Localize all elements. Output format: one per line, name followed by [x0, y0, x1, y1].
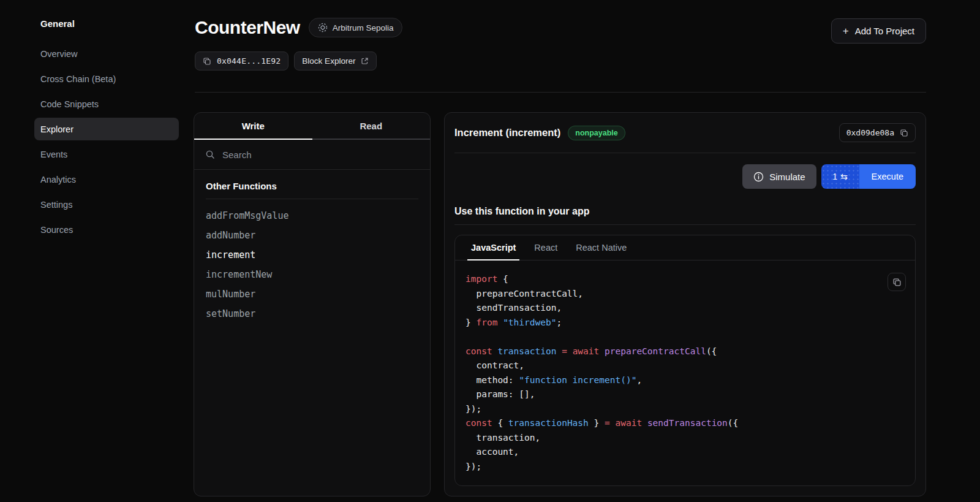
sidebar-item-events[interactable]: Events — [34, 143, 179, 165]
other-functions-heading: Other Functions — [206, 181, 418, 199]
sidebar-item-settings[interactable]: Settings — [34, 193, 179, 216]
function-detail-header: Increment (increment) nonpayable 0xd09de… — [445, 113, 925, 153]
sidebar-nav: Overview Cross Chain (Beta) Code Snippet… — [34, 42, 179, 241]
plus-icon: + — [843, 26, 849, 36]
function-detail-panel: Increment (increment) nonpayable 0xd09de… — [444, 112, 926, 496]
mutability-badge: nonpayable — [568, 126, 625, 140]
contract-address-button[interactable]: 0x044E...1E92 — [195, 51, 288, 70]
sidebar-item-overview[interactable]: Overview — [34, 42, 179, 65]
info-icon — [753, 172, 764, 182]
code-block[interactable]: import { prepareContractCall, sendTransa… — [455, 261, 915, 485]
sidebar-item-analytics[interactable]: Analytics — [34, 168, 179, 191]
page-title: CounterNew — [195, 17, 300, 38]
action-row: Simulate 1 ⇆ Execute — [445, 153, 925, 189]
function-item-incrementNew[interactable]: incrementNew — [194, 265, 430, 284]
function-list: addFromMsgValue addNumber increment incr… — [194, 199, 430, 330]
network-chain-icon — [318, 23, 328, 32]
network-badge-label: Arbitrum Sepolia — [333, 23, 394, 32]
swap-arrows-icon: ⇆ — [840, 172, 848, 181]
execute-label: Execute — [872, 172, 903, 181]
function-search-row — [194, 140, 430, 170]
contract-address: 0x044E...1E92 — [217, 56, 281, 66]
usage-heading: Use this function in your app — [454, 206, 916, 217]
code-line: }); — [466, 402, 905, 417]
page-header: CounterNew Arbitrum Sepolia — [195, 17, 402, 38]
code-line: const { transactionHash } = await sendTr… — [466, 416, 905, 431]
execute-button[interactable]: Execute — [859, 164, 916, 189]
sidebar-item-sources[interactable]: Sources — [34, 218, 179, 241]
header-divider — [195, 92, 926, 93]
code-line — [466, 330, 905, 344]
sidebar: General Overview Cross Chain (Beta) Code… — [34, 18, 179, 243]
network-badge[interactable]: Arbitrum Sepolia — [309, 18, 403, 37]
sidebar-heading: General — [34, 18, 179, 29]
tab-react-native[interactable]: React Native — [576, 235, 627, 260]
copy-icon — [900, 129, 908, 137]
function-item-addNumber[interactable]: addNumber — [194, 226, 430, 245]
copy-icon — [203, 57, 211, 66]
tab-react[interactable]: React — [534, 235, 557, 260]
add-to-project-label: Add To Project — [855, 26, 914, 36]
external-link-icon — [361, 57, 369, 65]
sidebar-item-cross-chain[interactable]: Cross Chain (Beta) — [34, 67, 179, 90]
sidebar-item-explorer[interactable]: Explorer — [34, 118, 179, 140]
code-line: transaction, — [466, 431, 905, 446]
function-selector-hash: 0xd09de08a — [846, 128, 894, 137]
code-line: method: "function increment()", — [466, 373, 905, 388]
code-line: const transaction = await prepareContrac… — [466, 344, 905, 359]
search-input[interactable] — [222, 150, 419, 160]
tab-javascript[interactable]: JavaScript — [471, 235, 516, 260]
tab-write[interactable]: Write — [194, 113, 312, 139]
function-selector-button[interactable]: 0xd09de08a — [839, 123, 916, 142]
tab-read[interactable]: Read — [312, 113, 431, 139]
simulate-button[interactable]: Simulate — [742, 164, 816, 189]
add-to-project-button[interactable]: + Add To Project — [831, 18, 926, 44]
queue-count: 1 — [832, 172, 837, 181]
sidebar-item-code-snippets[interactable]: Code Snippets — [34, 93, 179, 115]
execute-split-button: 1 ⇆ Execute — [821, 164, 916, 189]
write-read-tabs: Write Read — [194, 113, 430, 140]
code-card: JavaScript React React Native import { p… — [454, 235, 916, 486]
transaction-queue-button[interactable]: 1 ⇆ — [821, 164, 859, 189]
code-line: import { — [466, 272, 905, 287]
contract-meta-row: 0x044E...1E92 Block Explorer — [195, 51, 377, 70]
code-line: params: [], — [466, 387, 905, 402]
copy-icon — [892, 278, 902, 287]
function-item-increment[interactable]: increment — [194, 245, 430, 265]
code-line: prepareContractCall, — [466, 287, 905, 302]
code-line: account, — [466, 445, 905, 460]
block-explorer-button[interactable]: Block Explorer — [294, 51, 377, 70]
code-language-tabs: JavaScript React React Native — [455, 235, 915, 261]
explorer-content: Write Read Other Functions addFromMsgVal… — [194, 112, 926, 496]
simulate-label: Simulate — [769, 172, 805, 182]
function-title: Increment (increment) — [454, 127, 560, 139]
copy-code-button[interactable] — [888, 273, 906, 291]
code-line: sendTransaction, — [466, 301, 905, 316]
block-explorer-label: Block Explorer — [302, 56, 355, 66]
code-line: }); — [466, 460, 905, 474]
function-item-setNumber[interactable]: setNumber — [194, 304, 430, 324]
search-icon — [205, 150, 215, 159]
code-line: } from "thirdweb"; — [466, 316, 905, 330]
function-list-panel: Write Read Other Functions addFromMsgVal… — [194, 112, 431, 496]
function-item-addFromMsgValue[interactable]: addFromMsgValue — [194, 206, 430, 226]
function-item-mulNumber[interactable]: mulNumber — [194, 284, 430, 304]
code-line: contract, — [466, 359, 905, 373]
usage-divider — [454, 224, 916, 225]
